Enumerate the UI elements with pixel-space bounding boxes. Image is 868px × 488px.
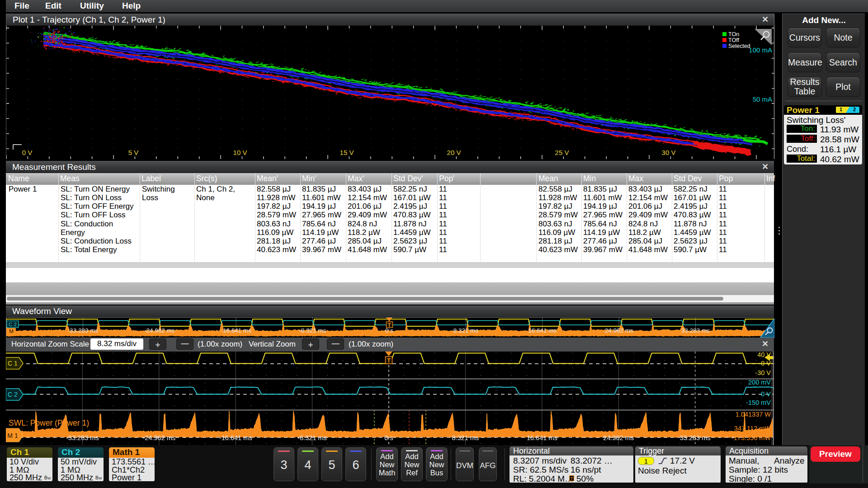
svg-text:-24.962 ms: -24.962 ms <box>144 327 175 334</box>
svg-text:5 V: 5 V <box>128 149 139 156</box>
svg-text:0 s: 0 s <box>384 434 393 441</box>
svg-text:200 mV: 200 mV <box>748 379 771 386</box>
svg-text:Selected: Selected <box>728 43 750 49</box>
svg-text:-16.641 ms: -16.641 ms <box>221 327 251 334</box>
svg-text:SWL: Power (Power 1): SWL: Power (Power 1) <box>9 418 89 427</box>
svg-text:24.962 ms: 24.962 ms <box>605 327 633 334</box>
svg-text:T: T <box>387 357 391 364</box>
svg-text:0 V: 0 V <box>761 360 771 367</box>
svg-text:-33.283 ms: -33.283 ms <box>68 327 99 334</box>
svg-text:20 V: 20 V <box>447 149 461 156</box>
svg-text:C 1: C 1 <box>8 360 18 367</box>
svg-text:10 V: 10 V <box>233 149 247 156</box>
svg-text:100 mA: 100 mA <box>749 46 772 54</box>
svg-text:-24.962 ms: -24.962 ms <box>143 434 176 441</box>
svg-text:-16.641 ms: -16.641 ms <box>219 434 252 441</box>
svg-text:25 V: 25 V <box>555 149 569 156</box>
svg-text:8.321 ms: 8.321 ms <box>453 327 479 334</box>
svg-text:-173.556 mW: -173.556 mW <box>731 434 771 441</box>
svg-text:-30 V: -30 V <box>755 369 771 376</box>
svg-text:-8.321 ms: -8.321 ms <box>297 434 326 441</box>
svg-text:16.641 ms: 16.641 ms <box>527 434 557 441</box>
svg-text:8.321 ms: 8.321 ms <box>452 434 479 441</box>
svg-text:C 2: C 2 <box>9 322 17 327</box>
svg-text:0 V: 0 V <box>761 390 771 398</box>
svg-text:347.112 mW: 347.112 mW <box>734 425 771 432</box>
svg-text:15 V: 15 V <box>340 149 354 156</box>
svg-text:-150 mV: -150 mV <box>746 399 771 406</box>
svg-text:0 V: 0 V <box>22 149 33 156</box>
svg-text:33.283 ms: 33.283 ms <box>680 434 711 441</box>
svg-text:30 V: 30 V <box>662 149 676 156</box>
svg-text:TOn: TOn <box>728 31 739 38</box>
svg-text:50 mA: 50 mA <box>753 95 772 103</box>
svg-text:16.641 ms: 16.641 ms <box>528 327 557 334</box>
svg-text:TOff: TOff <box>728 37 739 43</box>
svg-text:-8.321 ms: -8.321 ms <box>299 327 326 334</box>
svg-text:C 2: C 2 <box>8 391 18 398</box>
svg-text:0 s: 0 s <box>385 327 393 334</box>
svg-text:T: T <box>388 322 391 328</box>
svg-text:M: M <box>9 328 14 334</box>
svg-text:24.962 ms: 24.962 ms <box>603 434 634 441</box>
svg-text:1.041337 W: 1.041337 W <box>736 411 771 418</box>
svg-text:M 1: M 1 <box>7 432 18 439</box>
svg-text:33.283 ms: 33.283 ms <box>681 327 710 334</box>
svg-text:-33.283 ms: -33.283 ms <box>66 434 99 441</box>
